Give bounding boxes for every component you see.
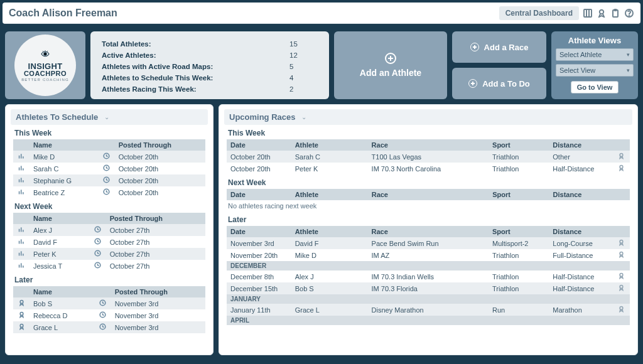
medal-icon xyxy=(17,311,26,318)
table-row[interactable]: December 8thAlex JIM 70.3 Indian WellsTr… xyxy=(227,270,630,282)
races-table-this-week: DateAthleteRaceSportDistance October 20t… xyxy=(227,139,630,174)
bars-icon xyxy=(17,188,26,195)
table-row[interactable]: Alex JOctober 27th xyxy=(13,224,205,236)
panel-header[interactable]: Athletes To Schedule ⌄ xyxy=(11,109,208,125)
schedule-table-this-week: NamePosted Through Mike DOctober 20th Sa… xyxy=(13,139,205,198)
bars-icon xyxy=(17,164,26,171)
top-bar: Coach Alison Freeman Central Dashboard xyxy=(3,3,640,24)
chevron-down-icon: ▾ xyxy=(627,67,630,73)
add-todo-button[interactable]: Add a To Do xyxy=(452,68,546,99)
select-view-dropdown[interactable]: Select View▾ xyxy=(556,64,634,77)
panel-athletes-to-schedule: Athletes To Schedule ⌄ This Week NamePos… xyxy=(5,104,213,355)
medal-icon[interactable] xyxy=(617,306,626,313)
table-row[interactable]: November 20thMike DIM AZTriathlonFull-Di… xyxy=(227,249,630,261)
stat-row: Athletes with Active Road Maps:5 xyxy=(102,62,318,72)
table-row[interactable]: October 20thPeter KIM 70.3 North Carolin… xyxy=(227,163,630,174)
clock-icon xyxy=(99,323,107,330)
stat-row: Athletes to Schedule This Week:4 xyxy=(102,73,318,83)
table-row[interactable]: Bob SNovember 3rd xyxy=(13,297,205,309)
table-row[interactable]: Jessica TOctober 27th xyxy=(13,260,205,272)
month-divider: JANUARY xyxy=(227,294,630,304)
clock-icon xyxy=(99,311,107,318)
clock-icon xyxy=(99,299,107,306)
bars-icon xyxy=(17,262,26,269)
section-this-week: This Week xyxy=(14,129,205,137)
table-row[interactable]: November 3rdDavid FPace Bend Swim RunMul… xyxy=(227,237,630,249)
section-later: Later xyxy=(228,215,630,224)
stat-row: Active Athletes:12 xyxy=(102,50,318,60)
medal-icon[interactable] xyxy=(617,164,626,171)
bars-icon xyxy=(17,226,26,233)
stat-row: Athletes Racing This Week:2 xyxy=(102,84,318,94)
schedule-table-later: NamePosted Through Bob SNovember 3rd Reb… xyxy=(13,286,205,333)
section-later: Later xyxy=(14,276,205,284)
table-row[interactable]: Stephanie GOctober 20th xyxy=(13,174,205,186)
bars-icon xyxy=(17,238,26,245)
help-icon[interactable] xyxy=(624,8,634,18)
table-row[interactable]: David FOctober 27th xyxy=(13,236,205,248)
add-athlete-button[interactable]: Add an Athlete xyxy=(334,31,447,99)
stats-card: Total Athletes:15 Active Athletes:12 Ath… xyxy=(90,31,329,99)
bars-icon xyxy=(17,176,26,183)
month-divider: APRIL xyxy=(227,316,630,325)
stat-row: Total Athletes:15 xyxy=(102,39,318,49)
clock-icon xyxy=(102,188,111,195)
top-right-tools: Central Dashboard xyxy=(499,6,634,20)
bars-icon xyxy=(17,250,26,257)
select-athlete-dropdown[interactable]: Select Athlete▾ xyxy=(556,48,634,61)
clock-icon xyxy=(94,238,102,245)
medal-icon xyxy=(17,323,26,330)
athlete-views-title: Athlete Views xyxy=(568,36,621,45)
section-next-week: Next Week xyxy=(14,202,205,211)
clock-icon xyxy=(102,153,111,159)
table-row[interactable]: Peter KOctober 27th xyxy=(13,248,205,260)
bars-icon xyxy=(17,153,26,159)
table-row[interactable]: Sarah COctober 20th xyxy=(13,163,205,174)
chevron-down-icon: ▾ xyxy=(627,51,630,58)
clock-icon xyxy=(102,164,111,171)
panel-header[interactable]: Upcoming Races ⌄ xyxy=(224,109,632,125)
schedule-table-next-week: NamePosted Through Alex JOctober 27th Da… xyxy=(13,213,205,272)
athlete-views-card: Athlete Views Select Athlete▾ Select Vie… xyxy=(551,31,638,99)
go-to-view-button[interactable]: Go to View xyxy=(571,81,619,94)
chevron-down-icon: ⌄ xyxy=(104,114,109,120)
table-row[interactable]: Beatrice ZOctober 20th xyxy=(13,186,205,198)
clock-icon xyxy=(102,176,111,183)
layout-icon[interactable] xyxy=(583,8,593,18)
section-next-week: Next Week xyxy=(228,178,630,187)
clipboard-icon[interactable] xyxy=(610,8,620,18)
medal-icon[interactable] xyxy=(617,251,626,258)
eye-icon xyxy=(37,50,53,60)
table-row[interactable]: January 11thGrace LDisney MarathonRunMar… xyxy=(227,304,630,316)
chevron-down-icon: ⌄ xyxy=(301,114,306,120)
medal-icon[interactable] xyxy=(617,284,626,291)
medal-icon[interactable] xyxy=(617,272,626,279)
medal-icon[interactable] xyxy=(617,239,626,246)
table-row[interactable]: December 15thBob SIM 70.3 FloridaTriathl… xyxy=(227,282,630,294)
medal-icon xyxy=(17,299,26,306)
page-title: Coach Alison Freeman xyxy=(9,8,117,19)
plus-icon xyxy=(468,79,477,88)
action-band: INSIGHT COACHPRO BETTER COACHING Total A… xyxy=(0,26,643,104)
table-row[interactable]: Mike DOctober 20th xyxy=(13,151,205,163)
races-table-next-week: DateAthleteRaceSportDistance xyxy=(227,189,630,200)
table-row[interactable]: October 20thSarah CT100 Las VegasTriathl… xyxy=(227,151,630,163)
logo: INSIGHT COACHPRO BETTER COACHING xyxy=(14,35,76,96)
clock-icon xyxy=(94,250,102,257)
logo-card: INSIGHT COACHPRO BETTER COACHING xyxy=(5,31,85,99)
clock-icon xyxy=(94,262,102,269)
empty-state-text: No athletes racing next week xyxy=(227,200,630,211)
table-row[interactable]: Grace LNovember 3rd xyxy=(13,321,205,333)
races-table-later: DateAthleteRaceSportDistance November 3r… xyxy=(227,226,630,325)
dashboard-pill[interactable]: Central Dashboard xyxy=(499,6,579,20)
add-race-button[interactable]: Add a Race xyxy=(452,31,546,63)
clock-icon xyxy=(94,226,102,233)
section-this-week: This Week xyxy=(228,129,630,137)
table-row[interactable]: Rebecca DNovember 3rd xyxy=(13,309,205,321)
panel-upcoming-races: Upcoming Races ⌄ This Week DateAthleteRa… xyxy=(219,104,638,355)
medal-icon[interactable] xyxy=(617,153,626,159)
month-divider: DECEMBER xyxy=(227,261,630,270)
plus-icon xyxy=(470,43,479,51)
medal-icon[interactable] xyxy=(597,8,607,18)
plus-icon xyxy=(385,53,396,64)
